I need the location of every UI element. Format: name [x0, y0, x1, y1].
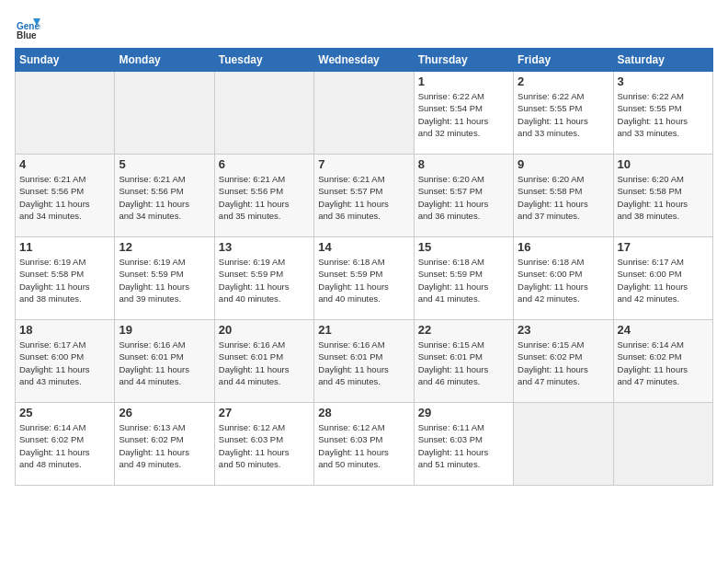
day-number: 3 — [618, 75, 709, 88]
day-info: Sunrise: 6:22 AM Sunset: 5:55 PM Dayligh… — [518, 90, 609, 139]
day-info: Sunrise: 6:14 AM Sunset: 6:02 PM Dayligh… — [19, 421, 110, 470]
calendar-cell: 28Sunrise: 6:12 AM Sunset: 6:03 PM Dayli… — [314, 403, 414, 486]
day-number: 29 — [418, 406, 509, 419]
day-info: Sunrise: 6:17 AM Sunset: 6:00 PM Dayligh… — [618, 256, 709, 304]
day-info: Sunrise: 6:16 AM Sunset: 6:01 PM Dayligh… — [119, 339, 210, 387]
day-info: Sunrise: 6:21 AM Sunset: 5:56 PM Dayligh… — [119, 173, 210, 222]
calendar-cell: 26Sunrise: 6:13 AM Sunset: 6:02 PM Dayli… — [115, 403, 214, 486]
day-number: 19 — [119, 323, 210, 337]
day-of-week-header: Sunday — [16, 49, 115, 72]
day-of-week-header: Wednesday — [314, 49, 414, 72]
day-number: 12 — [119, 240, 210, 254]
calendar-cell: 25Sunrise: 6:14 AM Sunset: 6:02 PM Dayli… — [16, 403, 115, 486]
calendar-cell: 10Sunrise: 6:20 AM Sunset: 5:58 PM Dayli… — [613, 155, 712, 237]
day-of-week-header: Monday — [115, 49, 214, 72]
calendar-header-row: SundayMondayTuesdayWednesdayThursdayFrid… — [16, 49, 713, 72]
calendar-cell: 18Sunrise: 6:17 AM Sunset: 6:00 PM Dayli… — [16, 320, 115, 403]
day-of-week-header: Saturday — [613, 49, 712, 72]
calendar-week-row: 18Sunrise: 6:17 AM Sunset: 6:00 PM Dayli… — [16, 320, 713, 403]
calendar-table: SundayMondayTuesdayWednesdayThursdayFrid… — [15, 48, 713, 486]
day-number: 8 — [418, 157, 509, 171]
calendar-cell: 23Sunrise: 6:15 AM Sunset: 6:02 PM Dayli… — [514, 320, 613, 403]
calendar-cell: 15Sunrise: 6:18 AM Sunset: 5:59 PM Dayli… — [414, 237, 513, 320]
calendar-cell: 29Sunrise: 6:11 AM Sunset: 6:03 PM Dayli… — [414, 403, 513, 486]
page-header: General Blue — [15, 15, 713, 40]
day-info: Sunrise: 6:19 AM Sunset: 5:58 PM Dayligh… — [19, 256, 110, 304]
day-info: Sunrise: 6:20 AM Sunset: 5:57 PM Dayligh… — [418, 173, 509, 222]
calendar-cell — [314, 72, 414, 155]
calendar-cell: 6Sunrise: 6:21 AM Sunset: 5:56 PM Daylig… — [214, 155, 313, 237]
day-number: 22 — [418, 323, 509, 337]
calendar-cell: 20Sunrise: 6:16 AM Sunset: 6:01 PM Dayli… — [214, 320, 313, 403]
day-info: Sunrise: 6:16 AM Sunset: 6:01 PM Dayligh… — [219, 339, 310, 387]
svg-text:Blue: Blue — [17, 30, 37, 40]
day-number: 9 — [518, 157, 609, 171]
calendar-cell: 13Sunrise: 6:19 AM Sunset: 5:59 PM Dayli… — [214, 237, 313, 320]
day-info: Sunrise: 6:20 AM Sunset: 5:58 PM Dayligh… — [518, 173, 609, 222]
day-number: 21 — [318, 323, 409, 337]
calendar-cell — [115, 72, 214, 155]
calendar-cell: 21Sunrise: 6:16 AM Sunset: 6:01 PM Dayli… — [314, 320, 414, 403]
day-info: Sunrise: 6:18 AM Sunset: 5:59 PM Dayligh… — [318, 256, 409, 304]
calendar-week-row: 4Sunrise: 6:21 AM Sunset: 5:56 PM Daylig… — [16, 155, 713, 237]
day-number: 11 — [19, 240, 110, 254]
calendar-cell: 12Sunrise: 6:19 AM Sunset: 5:59 PM Dayli… — [115, 237, 214, 320]
day-number: 4 — [19, 157, 110, 171]
day-info: Sunrise: 6:17 AM Sunset: 6:00 PM Dayligh… — [19, 339, 110, 387]
logo: General Blue — [15, 15, 44, 40]
calendar-cell: 22Sunrise: 6:15 AM Sunset: 6:01 PM Dayli… — [414, 320, 513, 403]
day-number: 10 — [618, 157, 709, 171]
calendar-week-row: 25Sunrise: 6:14 AM Sunset: 6:02 PM Dayli… — [16, 403, 713, 486]
calendar-cell: 8Sunrise: 6:20 AM Sunset: 5:57 PM Daylig… — [414, 155, 513, 237]
calendar-cell: 24Sunrise: 6:14 AM Sunset: 6:02 PM Dayli… — [613, 320, 712, 403]
day-info: Sunrise: 6:14 AM Sunset: 6:02 PM Dayligh… — [618, 339, 709, 387]
day-number: 18 — [19, 323, 110, 337]
day-info: Sunrise: 6:21 AM Sunset: 5:57 PM Dayligh… — [318, 173, 409, 222]
day-info: Sunrise: 6:13 AM Sunset: 6:02 PM Dayligh… — [119, 421, 210, 470]
calendar-cell: 7Sunrise: 6:21 AM Sunset: 5:57 PM Daylig… — [314, 155, 414, 237]
calendar-cell: 5Sunrise: 6:21 AM Sunset: 5:56 PM Daylig… — [115, 155, 214, 237]
day-number: 17 — [618, 240, 709, 254]
day-of-week-header: Tuesday — [214, 49, 313, 72]
day-info: Sunrise: 6:21 AM Sunset: 5:56 PM Dayligh… — [19, 173, 110, 222]
day-number: 25 — [19, 406, 110, 419]
day-number: 5 — [119, 157, 210, 171]
day-number: 16 — [518, 240, 609, 254]
day-number: 6 — [219, 157, 310, 171]
calendar-cell: 11Sunrise: 6:19 AM Sunset: 5:58 PM Dayli… — [16, 237, 115, 320]
day-info: Sunrise: 6:22 AM Sunset: 5:54 PM Dayligh… — [418, 90, 509, 139]
logo-icon: General Blue — [15, 15, 40, 40]
day-info: Sunrise: 6:20 AM Sunset: 5:58 PM Dayligh… — [618, 173, 709, 222]
day-info: Sunrise: 6:19 AM Sunset: 5:59 PM Dayligh… — [219, 256, 310, 304]
calendar-cell: 9Sunrise: 6:20 AM Sunset: 5:58 PM Daylig… — [514, 155, 613, 237]
day-info: Sunrise: 6:16 AM Sunset: 6:01 PM Dayligh… — [318, 339, 409, 387]
day-number: 7 — [318, 157, 409, 171]
day-number: 28 — [318, 406, 409, 419]
day-info: Sunrise: 6:21 AM Sunset: 5:56 PM Dayligh… — [219, 173, 310, 222]
day-info: Sunrise: 6:11 AM Sunset: 6:03 PM Dayligh… — [418, 421, 509, 470]
calendar-cell — [613, 403, 712, 486]
day-number: 1 — [418, 75, 509, 88]
day-of-week-header: Thursday — [414, 49, 513, 72]
day-number: 20 — [219, 323, 310, 337]
calendar-cell: 2Sunrise: 6:22 AM Sunset: 5:55 PM Daylig… — [514, 72, 613, 155]
calendar-cell — [514, 403, 613, 486]
day-number: 26 — [119, 406, 210, 419]
calendar-cell: 4Sunrise: 6:21 AM Sunset: 5:56 PM Daylig… — [16, 155, 115, 237]
calendar-cell — [214, 72, 313, 155]
day-number: 15 — [418, 240, 509, 254]
calendar-cell: 17Sunrise: 6:17 AM Sunset: 6:00 PM Dayli… — [613, 237, 712, 320]
day-number: 27 — [219, 406, 310, 419]
day-info: Sunrise: 6:15 AM Sunset: 6:02 PM Dayligh… — [518, 339, 609, 387]
day-info: Sunrise: 6:12 AM Sunset: 6:03 PM Dayligh… — [318, 421, 409, 470]
calendar-week-row: 11Sunrise: 6:19 AM Sunset: 5:58 PM Dayli… — [16, 237, 713, 320]
calendar-cell: 3Sunrise: 6:22 AM Sunset: 5:55 PM Daylig… — [613, 72, 712, 155]
day-number: 13 — [219, 240, 310, 254]
calendar-week-row: 1Sunrise: 6:22 AM Sunset: 5:54 PM Daylig… — [16, 72, 713, 155]
calendar-cell: 16Sunrise: 6:18 AM Sunset: 6:00 PM Dayli… — [514, 237, 613, 320]
day-number: 14 — [318, 240, 409, 254]
day-of-week-header: Friday — [514, 49, 613, 72]
calendar-cell: 27Sunrise: 6:12 AM Sunset: 6:03 PM Dayli… — [214, 403, 313, 486]
day-info: Sunrise: 6:19 AM Sunset: 5:59 PM Dayligh… — [119, 256, 210, 304]
day-info: Sunrise: 6:22 AM Sunset: 5:55 PM Dayligh… — [618, 90, 709, 139]
